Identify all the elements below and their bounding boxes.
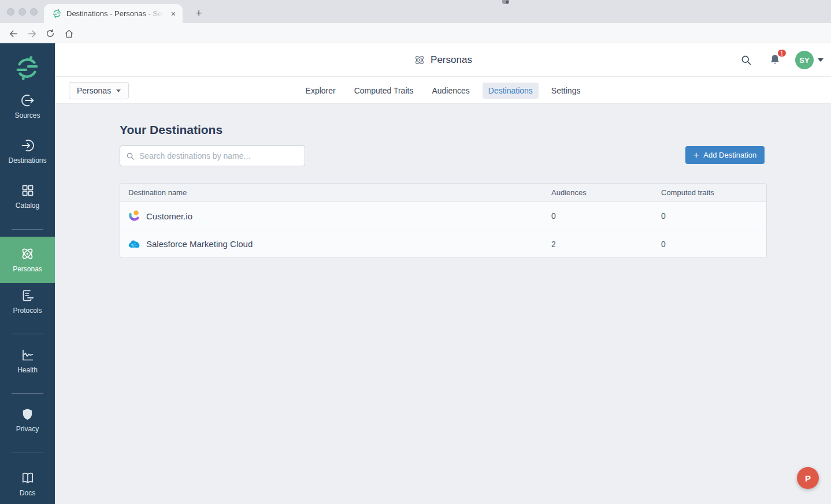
computed-traits-count: 0 <box>661 211 766 221</box>
sidebar-item-privacy[interactable]: Privacy <box>0 408 55 433</box>
column-destination-name: Destination name <box>120 188 551 197</box>
workspace-switcher-button[interactable]: Personas <box>69 82 129 99</box>
tab-computed-traits[interactable]: Computed Traits <box>348 83 420 99</box>
window-close-button[interactable] <box>7 8 14 16</box>
browser-toolbar: app.segment.com/segment_stage/personas/s… <box>0 23 831 43</box>
launcher-fab[interactable]: P <box>797 467 819 489</box>
sidebar-item-protocols[interactable]: Protocols <box>0 289 55 315</box>
sidebar-item-docs[interactable]: Docs <box>0 471 55 497</box>
computed-traits-count: 0 <box>661 240 766 249</box>
app-sidebar: Sources Destinations Catalog Personas Pr… <box>0 43 55 504</box>
destination-name: Customer.io <box>146 211 192 221</box>
home-button[interactable] <box>61 26 76 41</box>
plus-icon: + <box>693 151 699 160</box>
salesforce-logo <box>128 238 140 250</box>
sidebar-divider <box>12 393 43 394</box>
user-avatar[interactable]: SY <box>795 51 814 69</box>
browser-tab[interactable]: Destinations - Personas - Segm × <box>44 4 183 23</box>
destination-search-box <box>120 145 305 166</box>
destinations-icon <box>21 139 35 152</box>
sidebar-item-label: Destinations <box>8 156 46 165</box>
destination-name: Salesforce Marketing Cloud <box>146 239 253 249</box>
sidebar-item-catalog[interactable]: Catalog <box>0 184 55 210</box>
sidebar-item-label: Health <box>17 366 38 374</box>
main-content: Your Destinations + Add Destination Dest… <box>55 104 831 504</box>
segment-favicon <box>52 9 62 18</box>
table-row-salesforce-marketing-cloud[interactable]: Salesforce Marketing Cloud 2 0 <box>120 230 766 257</box>
sidebar-item-personas[interactable]: Personas <box>0 237 55 283</box>
notification-badge: 1 <box>777 48 787 58</box>
personas-header-icon <box>414 54 425 66</box>
tab-close-icon[interactable]: × <box>170 9 177 18</box>
sidebar-item-label: Personas <box>13 265 42 273</box>
back-icon <box>9 29 18 39</box>
workspace-switcher-label: Personas <box>77 86 111 95</box>
forward-button[interactable] <box>24 26 39 41</box>
sidebar-item-label: Protocols <box>13 307 42 315</box>
window-minimize-button[interactable] <box>18 8 26 16</box>
catalog-icon <box>21 184 35 197</box>
table-header-row: Destination name Audiences Computed trai… <box>120 184 766 202</box>
sidebar-item-label: Sources <box>14 111 40 120</box>
customerio-logo <box>128 210 140 222</box>
tab-explorer[interactable]: Explorer <box>300 83 342 99</box>
column-audiences: Audiences <box>551 188 661 197</box>
sidebar-divider <box>12 334 43 334</box>
sidebar-divider <box>12 453 43 453</box>
tab-title: Destinations - Personas - Segm <box>66 9 166 18</box>
back-button[interactable] <box>6 26 21 41</box>
add-destination-button[interactable]: + Add Destination <box>685 146 765 164</box>
new-tab-button[interactable]: + <box>191 5 207 21</box>
window-zoom-button[interactable] <box>30 8 38 16</box>
sidebar-item-destinations[interactable]: Destinations <box>0 139 55 165</box>
search-input[interactable] <box>139 151 299 160</box>
forward-icon <box>27 29 37 39</box>
chevron-down-icon <box>116 89 121 92</box>
page-heading: Your Destinations <box>120 123 222 137</box>
subnav: Explorer Computed Traits Audiences Desti… <box>55 77 831 104</box>
sidebar-item-label: Docs <box>20 489 35 497</box>
home-icon <box>64 29 74 39</box>
docs-book-icon <box>21 471 35 485</box>
reload-icon <box>46 29 55 38</box>
browser-tab-strip: Destinations - Personas - Segm × + <box>0 0 831 23</box>
health-icon <box>21 348 35 362</box>
search-icon <box>126 152 135 160</box>
sidebar-item-label: Privacy <box>16 425 39 433</box>
column-computed-traits: Computed traits <box>661 188 766 197</box>
reload-button[interactable] <box>43 26 58 41</box>
tab-audiences[interactable]: Audiences <box>426 83 475 99</box>
sources-icon <box>21 94 35 107</box>
sidebar-item-sources[interactable]: Sources <box>0 94 55 120</box>
avatar-caret-icon[interactable] <box>818 58 823 62</box>
app-title-group: Personas <box>55 43 831 77</box>
sidebar-item-health[interactable]: Health <box>0 348 55 374</box>
cursor-artifact <box>502 0 509 4</box>
sidebar-item-label: Catalog <box>16 201 39 210</box>
app-header: Personas 1 SY <box>55 43 831 77</box>
sidebar-divider <box>12 229 43 230</box>
segment-logo[interactable] <box>14 55 40 81</box>
personas-tabs: Explorer Computed Traits Audiences Desti… <box>55 77 831 104</box>
privacy-shield-icon <box>21 408 34 421</box>
destinations-table: Destination name Audiences Computed trai… <box>120 183 767 258</box>
audiences-count: 0 <box>551 211 661 221</box>
tab-settings[interactable]: Settings <box>546 83 587 99</box>
page-title: Personas <box>431 54 472 66</box>
add-destination-label: Add Destination <box>703 151 756 159</box>
protocols-icon <box>21 289 35 303</box>
audiences-count: 2 <box>551 240 661 249</box>
tab-destinations[interactable]: Destinations <box>483 83 539 99</box>
table-row-customerio[interactable]: Customer.io 0 0 <box>120 202 766 230</box>
personas-icon <box>20 247 35 261</box>
search-icon[interactable] <box>740 54 752 66</box>
